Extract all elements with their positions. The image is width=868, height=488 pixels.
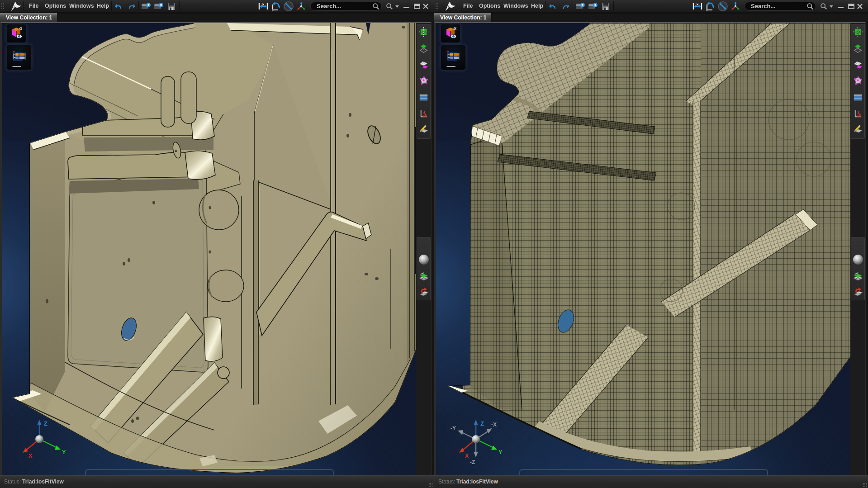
svg-text:Z: Z [480, 420, 484, 427]
svg-text:-Z: -Z [470, 459, 475, 465]
svg-text:Z: Z [44, 420, 47, 427]
svg-text:X: X [28, 452, 33, 459]
svg-text:Y: Y [498, 449, 503, 455]
svg-text:-X: -X [491, 422, 497, 428]
svg-text:-Y: -Y [451, 425, 456, 431]
svg-text:Y: Y [62, 449, 66, 455]
svg-text:X: X [465, 452, 469, 459]
